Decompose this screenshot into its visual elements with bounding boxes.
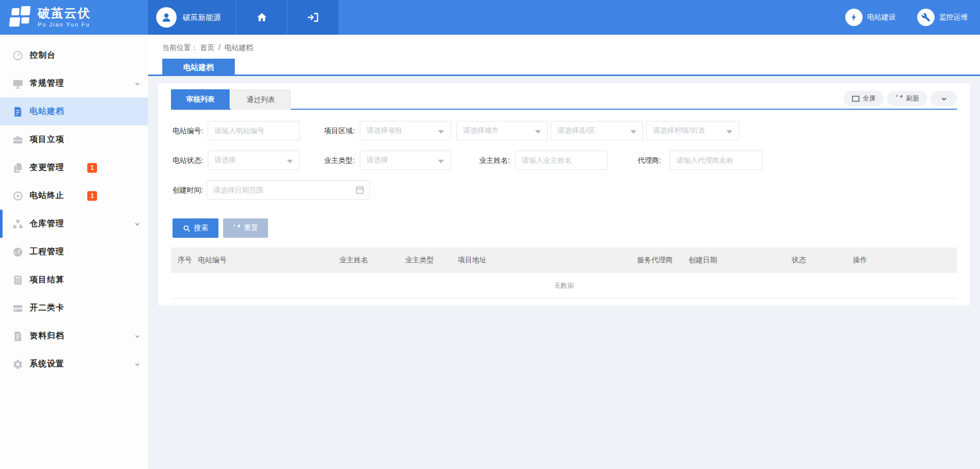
refresh-label: 刷新 [906,94,919,103]
filter-row-2: 电站状态: 请选择 业主类型: 请选择 业主姓名: 代理商: [171,151,957,180]
monitor-icon [12,78,23,89]
column-header: 业主类型 [405,256,458,265]
created-time-label: 创建时间: [171,180,203,200]
content-card: 审核列表 通过列表 全屏 刷新 电 [158,83,970,306]
created-time-field [207,180,370,200]
table-header-row: 序号 电站编号 业主姓名 业主类型 项目地址 服务代理商 创建日期 状态 操作 [171,248,957,273]
breadcrumb-prefix: 当前位置： [162,43,198,52]
chevron-down-icon [134,81,140,87]
collapse-button[interactable] [930,91,957,106]
village-select[interactable]: 请选择村镇/街道 [646,121,739,140]
caret-down-icon [287,160,293,163]
page-tab-station-filing[interactable]: 电站建档 [162,59,235,76]
owner-name-field [515,151,608,170]
sidebar: 控制台 常规管理 电站建档 项目立项 [0,35,148,469]
station-no-label: 电站编号: [171,121,203,140]
station-status-label: 电站状态: [171,151,203,170]
nav-monitor-ops[interactable]: 监控运维 [917,9,968,26]
brand-logo-icon [8,6,33,29]
sidebar-item-station-filing[interactable]: 电站建档 [0,97,148,126]
avatar [156,7,177,28]
chevron-down-icon [134,333,140,339]
sidebar-item-engineering-mgmt[interactable]: 工程管理 [0,238,148,266]
breadcrumb: 当前位置：首页 / 电站建档 [162,43,255,53]
caret-down-icon [438,130,444,134]
sidebar-item-label: 电站建档 [30,106,64,117]
search-button[interactable]: 搜索 [173,218,218,238]
table-empty-state: 无数据 [171,273,957,299]
sidebar-item-open-type2-card[interactable]: 开二类卡 [0,294,148,322]
sidebar-item-console[interactable]: 控制台 [0,41,148,69]
column-header: 项目地址 [458,256,637,265]
station-no-input[interactable] [208,121,299,140]
nav-station-build[interactable]: 电站建设 [845,9,896,26]
caret-down-icon [630,130,636,134]
bolt-icon [849,13,859,22]
logout-button[interactable] [287,0,338,35]
sign-in-icon [306,11,320,23]
city-placeholder: 请选择城市 [463,126,499,135]
city-select[interactable]: 请选择城市 [456,121,548,140]
notification-badge: 1 [87,163,97,172]
breadcrumb-band: 当前位置：首页 / 电站建档 电站建档 [148,35,980,76]
results-table: 序号 电站编号 业主姓名 业主类型 项目地址 服务代理商 创建日期 状态 操作 … [171,248,957,299]
breadcrumb-home[interactable]: 首页 [200,43,214,52]
agent-field [670,151,763,170]
wrench-icon-wrap [917,9,935,26]
county-placeholder: 请选择县/区 [557,126,595,135]
village-placeholder: 请选择村镇/街道 [653,126,705,135]
sidebar-item-general-mgmt[interactable]: 常规管理 [0,69,148,97]
list-tabbar: 审核列表 通过列表 全屏 刷新 [171,89,957,110]
brand-subtitle: Po Jian Yun Fu [38,22,91,28]
fullscreen-icon [852,95,860,102]
gauge-icon [12,50,23,61]
filter-form: 电站编号: 项目区域: 请选择省份 请选择城市 请选择县/区 [171,110,957,238]
chevron-down-icon [134,221,140,227]
redo-icon [233,225,240,232]
owner-name-input[interactable] [516,151,607,169]
sidebar-item-station-termination[interactable]: 电站终止 1 [0,182,148,210]
notification-badge: 1 [87,191,97,201]
date-range-input[interactable] [207,181,370,199]
province-select[interactable]: 请选择省份 [360,121,451,140]
sidebar-item-system-settings[interactable]: 系统设置 [0,350,148,378]
fullscreen-button[interactable]: 全屏 [844,91,884,106]
sidebar-item-project-initiation[interactable]: 项目立项 [0,126,148,154]
sidebar-item-document-archive[interactable]: 资料归档 [0,322,148,350]
fullscreen-label: 全屏 [863,94,876,103]
company-name: 破茧新能源 [183,13,221,22]
owner-type-select[interactable]: 请选择 [360,151,451,170]
chevron-down-icon [941,95,947,102]
caret-down-icon [438,160,444,163]
brand-logo: 破茧云伏 Po Jian Yun Fu [0,0,148,35]
breadcrumb-separator: / [218,43,220,52]
header-nav-group: 破茧新能源 [148,0,338,35]
county-select[interactable]: 请选择县/区 [551,121,643,140]
brand-title: 破茧云伏 [38,7,91,19]
station-status-select[interactable]: 请选择 [208,151,300,170]
agent-input[interactable] [670,151,762,169]
tab-passed-list[interactable]: 通过列表 [231,89,291,110]
sidebar-item-label: 常规管理 [30,78,64,89]
nav-monitor-ops-label: 监控运维 [939,13,968,22]
column-header: 创建日期 [689,256,792,265]
refresh-button[interactable]: 刷新 [887,91,927,106]
column-header: 状态 [792,256,853,265]
reset-button[interactable]: 重置 [223,218,268,238]
user-menu[interactable]: 破茧新能源 [148,0,236,35]
document-icon [12,106,23,117]
home-button[interactable] [236,0,287,35]
sidebar-item-label: 系统设置 [30,359,64,369]
sidebar-item-project-settlement[interactable]: 项目结算 [0,266,148,294]
sidebar-item-warehouse-mgmt[interactable]: 仓库管理 [0,210,148,238]
search-label: 搜索 [194,224,208,233]
station-no-field [208,121,300,140]
filter-row-3: 创建时间: [171,180,957,210]
user-icon [160,11,173,23]
tab-review-list[interactable]: 审核列表 [171,89,230,110]
sidebar-item-label: 仓库管理 [30,218,64,229]
sidebar-item-change-mgmt[interactable]: 变更管理 1 [0,154,148,182]
record-icon [12,190,23,202]
sidebar-item-label: 控制台 [30,50,56,61]
breadcrumb-current: 电站建档 [225,43,253,52]
